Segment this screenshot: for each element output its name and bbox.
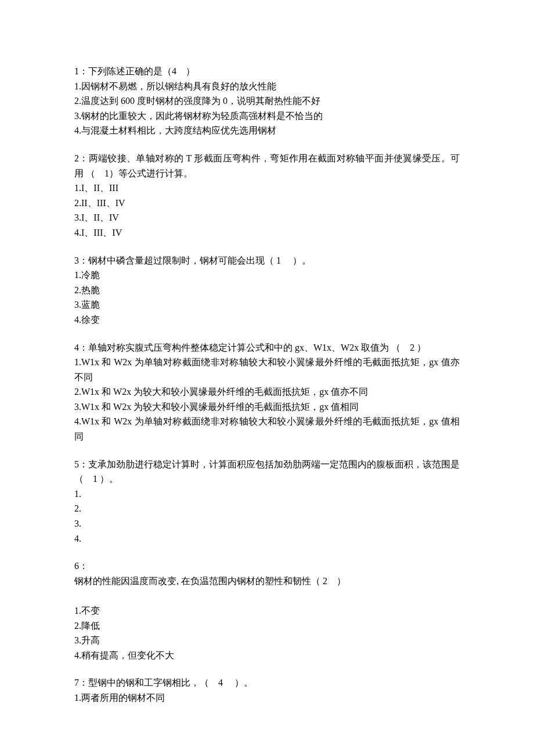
question-stem: 1：下列陈述正确的是（4 ） [74, 64, 460, 79]
question-stem: 2：两端铰接、单轴对称的 T 形截面压弯构件，弯矩作用在截面对称轴平面并使翼缘受… [74, 151, 460, 181]
question-option: 1. [74, 487, 460, 502]
question-stem: 钢材的性能因温度而改变, 在负温范围内钢材的塑性和韧性（ 2 ） [74, 574, 460, 589]
question-stem: 5：支承加劲肋进行稳定计算时，计算面积应包括加劲肋两端一定范围内的腹板面积，该范… [74, 457, 460, 487]
question-block: 1：下列陈述正确的是（4 ）1.因钢材不易燃，所以钢结构具有良好的放火性能2.温… [74, 64, 460, 138]
question-block: 3：钢材中磷含量超过限制时，钢材可能会出现（ 1 ）。1.冷脆2.热脆3.蓝脆4… [74, 253, 460, 327]
question-option: 4.W1x 和 W2x 为单轴对称截面绕非对称轴较大和较小翼缘最外纤维的毛截面抵… [74, 414, 460, 444]
question-stem: 6： [74, 559, 460, 574]
question-option: 2.热脆 [74, 283, 460, 298]
question-option: 4.稍有提高，但变化不大 [74, 648, 460, 663]
question-option: 1.不变 [74, 603, 460, 618]
question-block: 6：钢材的性能因温度而改变, 在负温范围内钢材的塑性和韧性（ 2 ） 1.不变2… [74, 559, 460, 663]
document-page: 1：下列陈述正确的是（4 ）1.因钢材不易燃，所以钢结构具有良好的放火性能2.温… [0, 0, 534, 756]
question-block: 5：支承加劲肋进行稳定计算时，计算面积应包括加劲肋两端一定范围内的腹板面积，该范… [74, 457, 460, 546]
question-option: 1.冷脆 [74, 268, 460, 283]
question-block: 2：两端铰接、单轴对称的 T 形截面压弯构件，弯矩作用在截面对称轴平面并使翼缘受… [74, 151, 460, 240]
question-option: 3. [74, 516, 460, 531]
question-option: 4. [74, 531, 460, 546]
question-option: 2.温度达到 600 度时钢材的强度降为 0，说明其耐热性能不好 [74, 93, 460, 109]
question-option: 4.与混凝土材料相比，大跨度结构应优先选用钢材 [74, 123, 460, 138]
question-option: 2.降低 [74, 618, 460, 633]
question-stem: 3：钢材中磷含量超过限制时，钢材可能会出现（ 1 ）。 [74, 253, 460, 268]
question-option: 3.I、II、IV [74, 210, 460, 225]
question-option: 3.蓝脆 [74, 297, 460, 312]
question-option: 2.II、III、IV [74, 196, 460, 211]
question-option: 1.W1x 和 W2x 为单轴对称截面绕非对称轴较大和较小翼缘最外纤维的毛截面抵… [74, 355, 460, 384]
question-stem: 7：型钢中的钢和工字钢相比，（ 4 ）。 [74, 675, 460, 690]
question-option: 3.钢材的比重较大，因此将钢材称为轻质高强材料是不恰当的 [74, 109, 460, 124]
question-option: 4.I、III、IV [74, 225, 460, 240]
question-option: 2. [74, 501, 460, 516]
question-option: 1.I、II、III [74, 181, 460, 196]
question-option: 3.W1x 和 W2x 为较大和较小翼缘最外纤维的毛截面抵抗矩，gx 值相同 [74, 399, 460, 415]
question-block: 7：型钢中的钢和工字钢相比，（ 4 ）。1.两者所用的钢材不同 [74, 675, 460, 705]
question-block: 4：单轴对称实腹式压弯构件整体稳定计算公式和中的 gx、W1x、W2x 取值为 … [74, 340, 460, 444]
blank-line [74, 588, 460, 603]
question-stem: 4：单轴对称实腹式压弯构件整体稳定计算公式和中的 gx、W1x、W2x 取值为 … [74, 340, 460, 355]
question-option: 4.徐变 [74, 312, 460, 327]
question-option: 1.两者所用的钢材不同 [74, 690, 460, 705]
question-option: 1.因钢材不易燃，所以钢结构具有良好的放火性能 [74, 79, 460, 94]
question-option: 3.升高 [74, 633, 460, 648]
question-option: 2.W1x 和 W2x 为较大和较小翼缘最外纤维的毛截面抵抗矩，gx 值亦不同 [74, 384, 460, 399]
